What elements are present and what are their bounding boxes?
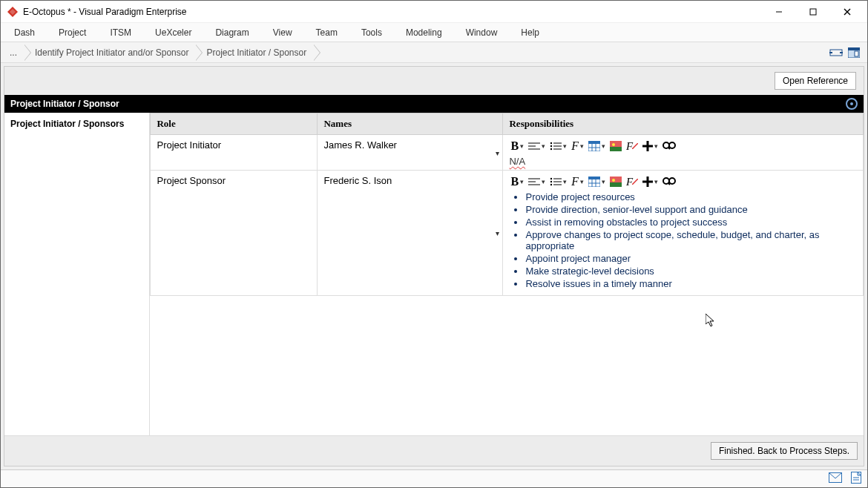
cell-name[interactable]: Frederic S. Ison ▾ (318, 171, 503, 296)
breadcrumb-step[interactable]: Identify Project Initiator and/or Sponso… (24, 42, 196, 62)
open-reference-row: Open Reference (4, 67, 864, 95)
svg-line-34 (668, 148, 670, 149)
menu-project[interactable]: Project (47, 23, 98, 42)
open-reference-button[interactable]: Open Reference (775, 72, 856, 90)
menu-dash[interactable]: Dash (5, 23, 47, 42)
image-button[interactable] (608, 139, 623, 153)
menu-diagram[interactable]: Diagram (203, 23, 260, 42)
svg-point-32 (663, 142, 669, 148)
cell-name-text: James R. Walker (323, 139, 396, 151)
menu-modeling[interactable]: Modeling (394, 23, 454, 42)
table-row: Project Initiator James R. Walker ▾ B▾ (151, 135, 864, 171)
list-button[interactable]: ▾ (548, 175, 568, 188)
col-responsibilities: Responsibilities (503, 113, 864, 135)
minimize-button[interactable] (762, 1, 796, 22)
menubar: Dash Project ITSM UeXceler Diagram View … (1, 23, 867, 42)
toolbar-pane-icon[interactable] (845, 42, 863, 62)
menu-window[interactable]: Window (454, 23, 510, 42)
content-area: Open Reference Project Initiator / Spons… (1, 63, 867, 469)
app-logo-icon (7, 6, 19, 18)
svg-point-50 (612, 179, 615, 182)
menu-help[interactable]: Help (509, 23, 551, 42)
list-item: Resolve issues in a timely manner (525, 278, 857, 289)
svg-point-55 (663, 178, 669, 184)
col-role: Role (151, 113, 318, 135)
statusbar (1, 469, 867, 487)
cell-name[interactable]: James R. Walker ▾ (318, 135, 503, 171)
menu-uexceler[interactable]: UeXceler (143, 23, 203, 42)
menu-view[interactable]: View (261, 23, 304, 42)
cell-name-text: Frederic S. Ison (323, 175, 392, 186)
list-item: Make strategic-level decisions (525, 266, 857, 277)
list-item: Appoint project manager (525, 253, 857, 264)
align-button[interactable]: ▾ (527, 139, 547, 153)
svg-rect-3 (810, 9, 816, 15)
chevron-down-icon[interactable]: ▾ (496, 229, 499, 237)
breadcrumb-current[interactable]: Project Initiator / Sponsor (196, 42, 314, 62)
list-item: Approve changes to project scope, schedu… (525, 229, 857, 251)
section-left-label: Project Initiator / Sponsors (4, 113, 150, 435)
svg-rect-11 (855, 51, 858, 56)
find-button[interactable] (661, 139, 677, 153)
svg-point-17 (550, 145, 552, 147)
svg-point-27 (612, 143, 615, 146)
font-button[interactable]: F▾ (570, 175, 585, 188)
list-button[interactable]: ▾ (548, 139, 568, 153)
table-row: Project Sponsor Frederic S. Ison ▾ B▾ ▾ (151, 171, 864, 296)
svg-point-15 (550, 142, 552, 144)
clear-format-button[interactable]: F (625, 175, 640, 188)
note-icon[interactable] (851, 472, 861, 486)
section-body: Project Initiator / Sponsors Role Names … (4, 113, 864, 435)
cell-responsibilities[interactable]: B▾ ▾ ▾ F▾ ▾ F ▾ (503, 135, 864, 171)
svg-line-57 (668, 183, 670, 185)
bold-button[interactable]: B▾ (509, 175, 525, 188)
col-names: Names (318, 113, 503, 135)
list-item: Provide direction, senior-level support … (525, 204, 857, 215)
table-wrap: Role Names Responsibilities Project Init… (150, 113, 864, 435)
rich-text-toolbar: B▾ ▾ ▾ F▾ ▾ F ▾ (509, 175, 857, 188)
add-button[interactable]: ▾ (641, 139, 660, 153)
finish-row: Finished. Back to Process Steps. (4, 435, 864, 466)
breadcrumb-root[interactable]: ... (4, 42, 24, 62)
svg-rect-51 (610, 182, 622, 187)
menu-team[interactable]: Team (304, 23, 349, 42)
align-button[interactable]: ▾ (527, 175, 547, 188)
finished-button[interactable]: Finished. Back to Process Steps. (711, 442, 858, 460)
maximize-button[interactable] (796, 1, 830, 22)
table-button[interactable]: ▾ (587, 175, 607, 188)
add-button[interactable]: ▾ (641, 175, 660, 188)
menu-itsm[interactable]: ITSM (98, 23, 143, 42)
sponsors-table: Role Names Responsibilities Project Init… (150, 113, 864, 296)
chevron-down-icon[interactable]: ▾ (496, 148, 499, 156)
svg-rect-28 (610, 147, 622, 151)
mail-icon[interactable] (829, 472, 842, 485)
close-button[interactable] (830, 1, 864, 22)
inner-panel: Open Reference Project Initiator / Spons… (4, 66, 864, 466)
resp-text[interactable]: N/A (509, 156, 857, 167)
image-button[interactable] (608, 175, 623, 188)
svg-rect-10 (848, 47, 860, 50)
font-button[interactable]: F▾ (570, 139, 585, 153)
svg-point-38 (550, 178, 552, 179)
find-button[interactable] (661, 175, 677, 188)
bold-button[interactable]: B▾ (509, 139, 525, 153)
rich-text-toolbar: B▾ ▾ ▾ F▾ ▾ F ▾ (509, 139, 857, 153)
locate-icon[interactable] (846, 98, 858, 110)
table-button[interactable]: ▾ (587, 139, 607, 153)
app-window: E-Octopus * - Visual Paradigm Enterprise… (0, 0, 868, 488)
svg-rect-22 (588, 141, 600, 144)
cell-role[interactable]: Project Initiator (151, 135, 318, 171)
svg-line-29 (632, 143, 638, 149)
svg-point-56 (669, 178, 675, 184)
resp-list[interactable]: Provide project resources Provide direct… (513, 191, 857, 289)
toolbar-fit-icon[interactable] (827, 42, 845, 62)
svg-point-33 (669, 142, 675, 148)
cell-responsibilities[interactable]: B▾ ▾ ▾ F▾ ▾ F ▾ (503, 171, 864, 296)
menu-tools[interactable]: Tools (349, 23, 394, 42)
section-header-title: Project Initiator / Sponsor (10, 99, 119, 109)
svg-rect-45 (588, 177, 600, 179)
list-item: Provide project resources (525, 191, 857, 202)
cell-role[interactable]: Project Sponsor (151, 171, 318, 296)
clear-format-button[interactable]: F (625, 139, 640, 153)
breadcrumb: ... Identify Project Initiator and/or Sp… (1, 42, 867, 63)
